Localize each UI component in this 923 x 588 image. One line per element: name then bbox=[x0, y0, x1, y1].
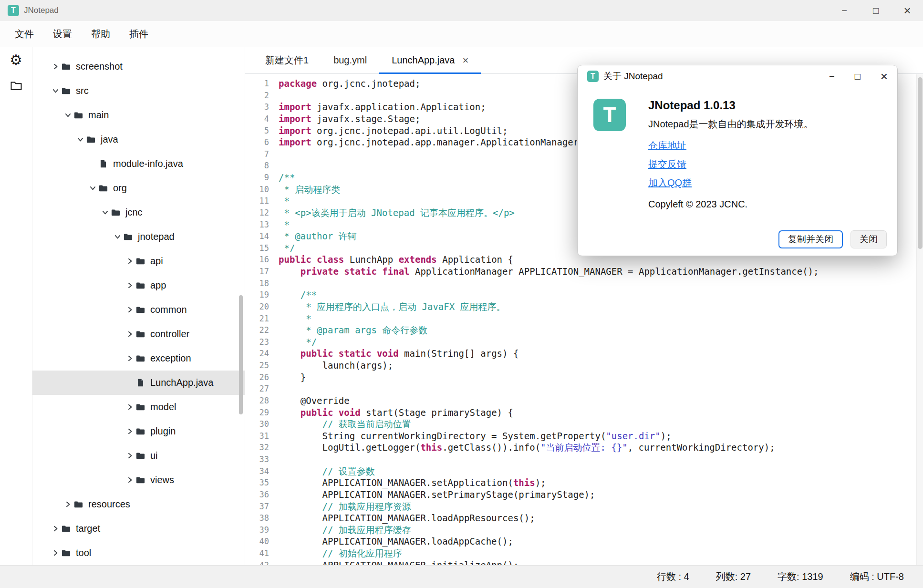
file-tree[interactable]: screenshotsrcmainjavamodule-info.javaorg… bbox=[32, 47, 245, 565]
tree-item-screenshot[interactable]: screenshot bbox=[32, 54, 245, 79]
tree-item-ui[interactable]: ui bbox=[32, 444, 245, 468]
tree-item-resources[interactable]: resources bbox=[32, 492, 245, 516]
menu-item-1[interactable]: 文件 bbox=[7, 24, 42, 44]
tab-1[interactable]: 新建文件1 bbox=[253, 47, 321, 73]
code-line[interactable]: 35 APPLICATION_MANAGER.setApplication(th… bbox=[245, 477, 923, 489]
dialog-buttons: 复制并关闭 关闭 bbox=[778, 230, 887, 248]
tree-item-main[interactable]: main bbox=[32, 103, 245, 127]
dialog-link-3[interactable]: 加入QQ群 bbox=[648, 176, 692, 189]
copy-and-close-button[interactable]: 复制并关闭 bbox=[778, 230, 843, 248]
dialog-minimize-button[interactable]: − bbox=[829, 72, 835, 81]
tree-item-jcnc[interactable]: jcnc bbox=[32, 200, 245, 225]
tree-item-partial[interactable] bbox=[32, 47, 245, 54]
menu-item-4[interactable]: 插件 bbox=[121, 24, 156, 44]
code-line[interactable]: 29 public void start(Stage primaryStage)… bbox=[245, 407, 923, 419]
chevron-down-icon[interactable] bbox=[63, 111, 73, 120]
tree-item-java[interactable]: java bbox=[32, 127, 245, 152]
tree-item-org[interactable]: org bbox=[32, 176, 245, 200]
dialog-titlebar[interactable]: T 关于 JNotepad − □ × bbox=[578, 65, 897, 87]
dialog-link-1[interactable]: 仓库地址 bbox=[648, 139, 686, 152]
code-line[interactable]: 27 bbox=[245, 383, 923, 395]
close-button[interactable]: × bbox=[892, 0, 923, 21]
chevron-right-icon[interactable] bbox=[51, 525, 60, 533]
code-line[interactable]: 37 // 加载应用程序资源 bbox=[245, 501, 923, 513]
code-line[interactable]: 20 * 应用程序的入口点，启动 JavaFX 应用程序。 bbox=[245, 301, 923, 313]
chevron-right-icon[interactable] bbox=[63, 500, 73, 509]
chevron-down-icon[interactable] bbox=[113, 233, 122, 241]
code-text: /** bbox=[279, 289, 317, 301]
maximize-button[interactable]: □ bbox=[860, 0, 892, 21]
chevron-right-icon[interactable] bbox=[125, 257, 135, 266]
code-line[interactable]: 21 * bbox=[245, 313, 923, 325]
chevron-right-icon[interactable] bbox=[125, 330, 135, 339]
chevron-right-icon[interactable] bbox=[125, 452, 135, 460]
tree-item-target[interactable]: target bbox=[32, 516, 245, 541]
files-folder-icon[interactable] bbox=[10, 79, 23, 92]
menu-item-2[interactable]: 设置 bbox=[45, 24, 80, 44]
chevron-down-icon[interactable] bbox=[88, 184, 97, 193]
chevron-right-icon[interactable] bbox=[125, 281, 135, 290]
code-line[interactable]: 30 // 获取当前启动位置 bbox=[245, 418, 923, 430]
code-line[interactable]: 18 bbox=[245, 278, 923, 289]
menu-item-3[interactable]: 帮助 bbox=[83, 24, 118, 44]
minimize-button[interactable]: − bbox=[829, 0, 860, 21]
tree-item-lunchapp-java[interactable]: LunchApp.java bbox=[32, 371, 245, 395]
code-line[interactable]: 42 APPLICATION_MANAGER.initializeApp(); bbox=[245, 559, 923, 565]
tree-item-app[interactable]: app bbox=[32, 273, 245, 298]
chevron-right-icon[interactable] bbox=[125, 427, 135, 436]
code-line[interactable]: 34 // 设置参数 bbox=[245, 465, 923, 477]
folder-icon bbox=[61, 86, 71, 96]
editor-scrollbar[interactable] bbox=[916, 74, 923, 565]
tree-item-views[interactable]: views bbox=[32, 468, 245, 492]
code-line[interactable]: 23 */ bbox=[245, 336, 923, 348]
tree-item-plugin[interactable]: plugin bbox=[32, 419, 245, 444]
dialog-link-2[interactable]: 提交反馈 bbox=[648, 158, 686, 171]
titlebar[interactable]: T JNotepad − □ × bbox=[0, 0, 923, 21]
tab-3[interactable]: LunchApp.java× bbox=[379, 47, 481, 73]
code-line[interactable]: 19 /** bbox=[245, 289, 923, 301]
tree-item-tool[interactable]: tool bbox=[32, 541, 245, 565]
settings-gear-icon[interactable]: ⚙ bbox=[10, 53, 22, 67]
code-line[interactable]: 17 private static final ApplicationManag… bbox=[245, 266, 923, 278]
code-line[interactable]: 38 APPLICATION_MANAGER.loadAppResources(… bbox=[245, 512, 923, 524]
tree-item-src[interactable]: src bbox=[32, 79, 245, 103]
chevron-right-icon[interactable] bbox=[125, 354, 135, 363]
dialog-close-button[interactable]: × bbox=[881, 70, 888, 83]
tab-2[interactable]: bug.yml bbox=[321, 47, 379, 73]
chevron-down-icon[interactable] bbox=[75, 135, 85, 144]
chevron-right-icon[interactable] bbox=[125, 476, 135, 485]
code-line[interactable]: 31 String currentWorkingDirectory = Syst… bbox=[245, 430, 923, 442]
tree-scrollbar-thumb[interactable] bbox=[239, 295, 243, 414]
code-line[interactable]: 26 } bbox=[245, 371, 923, 383]
tree-item-api[interactable]: api bbox=[32, 249, 245, 273]
chevron-down-icon[interactable] bbox=[100, 208, 110, 217]
editor-scrollbar-thumb[interactable] bbox=[918, 77, 923, 249]
tree-item-exception[interactable]: exception bbox=[32, 346, 245, 371]
tree-item-jnotepad[interactable]: jnotepad bbox=[32, 225, 245, 249]
code-token: // 获取当前启动位置 bbox=[322, 419, 411, 429]
tree-item-controller[interactable]: controller bbox=[32, 322, 245, 346]
code-line[interactable]: 32 LogUtil.getLogger(this.getClass()).in… bbox=[245, 442, 923, 454]
chevron-right-icon[interactable] bbox=[125, 403, 135, 412]
chevron-right-icon[interactable] bbox=[51, 62, 60, 71]
code-token: this bbox=[420, 442, 442, 453]
dialog-maximize-button[interactable]: □ bbox=[855, 72, 861, 81]
code-line[interactable]: 28 @Override bbox=[245, 395, 923, 407]
code-line[interactable]: 33 bbox=[245, 454, 923, 465]
code-line[interactable]: 22 * @param args 命令行参数 bbox=[245, 324, 923, 336]
code-line[interactable]: 25 launch(args); bbox=[245, 360, 923, 371]
code-line[interactable]: 36 APPLICATION_MANAGER.setPrimaryStage(p… bbox=[245, 489, 923, 501]
chevron-right-icon[interactable] bbox=[51, 549, 60, 557]
tree-item-module-info-java[interactable]: module-info.java bbox=[32, 152, 245, 176]
code-line[interactable]: 39 // 加载应用程序缓存 bbox=[245, 524, 923, 536]
tree-item-model[interactable]: model bbox=[32, 395, 245, 419]
close-icon[interactable]: × bbox=[462, 55, 468, 66]
code-line[interactable]: 24 public static void main(String[] args… bbox=[245, 348, 923, 360]
code-line[interactable]: 40 APPLICATION_MANAGER.loadAppCache(); bbox=[245, 536, 923, 547]
tree-item-common[interactable]: common bbox=[32, 298, 245, 322]
chevron-right-icon[interactable] bbox=[125, 306, 135, 314]
code-token: .getClass()).info( bbox=[442, 442, 540, 453]
close-dialog-button[interactable]: 关闭 bbox=[850, 230, 887, 248]
chevron-down-icon[interactable] bbox=[51, 87, 60, 95]
code-line[interactable]: 41 // 初始化应用程序 bbox=[245, 547, 923, 559]
